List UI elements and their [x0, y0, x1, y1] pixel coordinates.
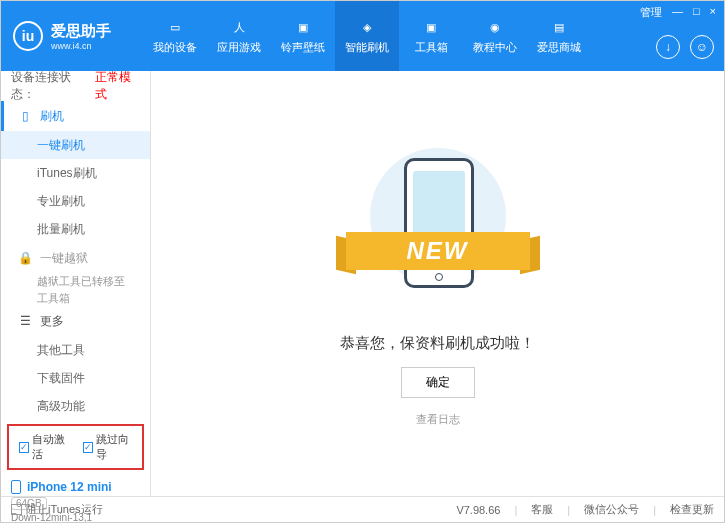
- success-illustration: NEW: [358, 140, 518, 320]
- jailbreak-note: 越狱工具已转移至 工具箱: [1, 273, 150, 306]
- flash-options-highlighted: ✓ 自动激活 ✓ 跳过向导: [7, 424, 144, 470]
- apps-icon: 人: [229, 18, 249, 38]
- nav-smart-flash[interactable]: ◈智能刷机: [335, 1, 399, 71]
- check-update-link[interactable]: 检查更新: [670, 502, 714, 517]
- menu-icon: ☰: [18, 314, 32, 328]
- check-icon: ✓: [19, 442, 29, 453]
- wallpaper-icon: ▣: [293, 18, 313, 38]
- app-website: www.i4.cn: [51, 41, 111, 51]
- main-content: NEW 恭喜您，保资料刷机成功啦！ 确定 查看日志: [151, 71, 724, 496]
- sidebar-item-other-tools[interactable]: 其他工具: [1, 336, 150, 364]
- sidebar-item-download-firmware[interactable]: 下载固件: [1, 364, 150, 392]
- nav-apps-games[interactable]: 人应用游戏: [207, 1, 271, 71]
- phone-icon: ▯: [18, 109, 32, 123]
- nav-toolbox[interactable]: ▣工具箱: [399, 1, 463, 71]
- checkbox-icon: [11, 504, 22, 515]
- sidebar: 设备连接状态： 正常模式 ▯ 刷机 一键刷机 iTunes刷机 专业刷机 批量刷…: [1, 71, 151, 496]
- version-label: V7.98.66: [456, 504, 500, 516]
- success-message: 恭喜您，保资料刷机成功啦！: [340, 334, 535, 353]
- app-title: 爱思助手: [51, 22, 111, 41]
- sidebar-item-batch-flash[interactable]: 批量刷机: [1, 215, 150, 243]
- sidebar-section-more[interactable]: ☰ 更多: [1, 306, 150, 336]
- status-value: 正常模式: [95, 69, 140, 103]
- store-icon: ▤: [549, 18, 569, 38]
- download-icon[interactable]: ↓: [656, 35, 680, 59]
- view-log-link[interactable]: 查看日志: [416, 412, 460, 427]
- wechat-link[interactable]: 微信公众号: [584, 502, 639, 517]
- customer-service-link[interactable]: 客服: [531, 502, 553, 517]
- sidebar-item-itunes-flash[interactable]: iTunes刷机: [1, 159, 150, 187]
- nav-ringtone-wallpaper[interactable]: ▣铃声壁纸: [271, 1, 335, 71]
- checkbox-block-itunes[interactable]: 阻止iTunes运行: [11, 502, 103, 517]
- confirm-button[interactable]: 确定: [401, 367, 475, 398]
- device-name-row[interactable]: iPhone 12 mini: [11, 480, 140, 494]
- lock-icon: 🔒: [18, 251, 32, 265]
- nav-tutorials[interactable]: ◉教程中心: [463, 1, 527, 71]
- checkbox-auto-activate[interactable]: ✓ 自动激活: [19, 432, 69, 462]
- logo: iu 爱思助手 www.i4.cn: [13, 21, 143, 51]
- sidebar-item-advanced[interactable]: 高级功能: [1, 392, 150, 420]
- nav-my-device[interactable]: ▭我的设备: [143, 1, 207, 71]
- ribbon-text: NEW: [407, 237, 469, 265]
- sidebar-item-pro-flash[interactable]: 专业刷机: [1, 187, 150, 215]
- phone-icon: ▭: [165, 18, 185, 38]
- toolbox-icon: ▣: [421, 18, 441, 38]
- maximize-button[interactable]: □: [693, 5, 700, 20]
- check-icon: ✓: [83, 442, 93, 453]
- device-name: iPhone 12 mini: [27, 480, 112, 494]
- header-actions: ↓ ☺: [656, 35, 714, 59]
- status-bar: 阻止iTunes运行 V7.98.66 | 客服 | 微信公众号 | 检查更新: [1, 496, 724, 522]
- connection-status: 设备连接状态： 正常模式: [1, 71, 150, 101]
- sidebar-section-jailbreak: 🔒 一键越狱: [1, 243, 150, 273]
- flash-icon: ◈: [357, 18, 377, 38]
- title-bar: iu 爱思助手 www.i4.cn ▭我的设备 人应用游戏 ▣铃声壁纸 ◈智能刷…: [1, 1, 724, 71]
- sidebar-item-oneclick-flash[interactable]: 一键刷机: [1, 131, 150, 159]
- nav-store[interactable]: ▤爱思商城: [527, 1, 591, 71]
- window-controls: 管理 — □ ×: [640, 5, 716, 20]
- status-label: 设备连接状态：: [11, 69, 91, 103]
- settings-button[interactable]: 管理: [640, 5, 662, 20]
- phone-icon: [11, 480, 21, 494]
- tutorial-icon: ◉: [485, 18, 505, 38]
- minimize-button[interactable]: —: [672, 5, 683, 20]
- sidebar-section-flash[interactable]: ▯ 刷机: [1, 101, 150, 131]
- user-icon[interactable]: ☺: [690, 35, 714, 59]
- checkbox-skip-guide[interactable]: ✓ 跳过向导: [83, 432, 133, 462]
- close-button[interactable]: ×: [710, 5, 716, 20]
- top-nav: ▭我的设备 人应用游戏 ▣铃声壁纸 ◈智能刷机 ▣工具箱 ◉教程中心 ▤爱思商城: [143, 1, 591, 71]
- logo-icon: iu: [13, 21, 43, 51]
